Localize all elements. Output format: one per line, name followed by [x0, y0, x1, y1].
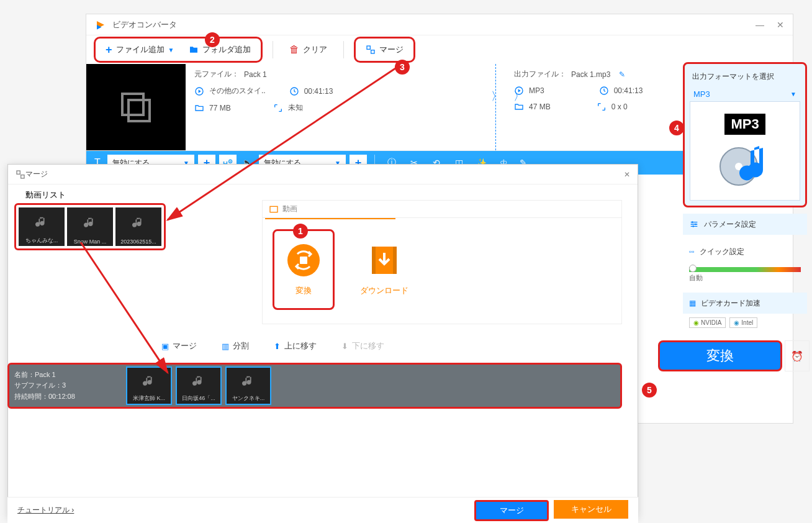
gpu-nvidia: ◉NVIDIA: [689, 317, 726, 328]
slider-label: 自動: [683, 273, 807, 286]
arrow-down-icon: ⬇: [341, 342, 348, 351]
source-thumbnail[interactable]: [86, 64, 186, 150]
folder-icon: [194, 103, 204, 113]
format-selector[interactable]: MP3 ▼: [690, 87, 800, 101]
select-format-title: 出力フォーマットを選択: [690, 69, 800, 87]
sidebar: 出力フォーマットを選択 MP3 ▼ MP3 パラメータ設定 ▫▫ クイック設定 …: [683, 62, 807, 371]
merge-label: マージ: [379, 44, 404, 55]
convert-button[interactable]: 変換: [658, 340, 782, 371]
download-tile-label: ダウンロード: [360, 285, 408, 296]
info-divider: 〉 〉: [495, 64, 496, 150]
annotation-badge-5: 5: [642, 383, 657, 398]
chevron-right-icon: 〉: [513, 89, 525, 104]
merge-dialog-footer: チュートリアル › マージ キャンセル: [7, 497, 638, 523]
quick-settings-label: クイック設定: [700, 247, 744, 257]
slider-knob[interactable]: [689, 265, 697, 272]
list-item[interactable]: 2023062515...: [115, 207, 161, 246]
close-icon[interactable]: ✕: [624, 170, 630, 179]
output-size: 47 MB: [529, 102, 551, 111]
arrow-up-icon: ⬆: [274, 342, 281, 351]
separator: [343, 41, 344, 58]
add-file-button[interactable]: + ファイル追加 ▼: [99, 40, 180, 60]
crop-icon: [273, 103, 283, 113]
cancel-button[interactable]: キャンセル: [554, 500, 628, 519]
titlebar: ビデオコンバータ — ✕: [86, 14, 793, 35]
disc-music-icon: [717, 139, 773, 188]
quick-settings-header: ▫▫ クイック設定: [683, 241, 807, 262]
merge-confirm-button[interactable]: マージ: [474, 500, 549, 521]
source-size: 77 MB: [209, 104, 231, 112]
output-duration: 00:41:13: [614, 86, 643, 95]
svg-rect-3: [129, 100, 150, 121]
tool-move-down: ⬇下に移す: [341, 340, 384, 352]
merge-icon: [366, 45, 376, 55]
separator: [273, 41, 273, 58]
svg-rect-2: [122, 94, 143, 115]
app-title: ビデオコンバータ: [112, 19, 177, 30]
split-icon: ▥: [222, 342, 229, 351]
music-note-icon: [130, 216, 147, 230]
music-note-icon: [33, 216, 50, 229]
app-logo-icon: [95, 19, 106, 30]
output-format-panel: 出力フォーマットを選択 MP3 ▼ MP3: [683, 62, 807, 207]
output-resolution: 0 x 0: [611, 102, 628, 111]
gpu-intel: ◉Intel: [729, 317, 757, 328]
edit-icon[interactable]: ✎: [619, 70, 625, 79]
merge-toolbar: ▣マージ ▥分割 ⬆上に移す ⬇下に移す: [161, 340, 384, 352]
download-film-icon: [367, 243, 402, 278]
svg-point-10: [692, 221, 693, 223]
add-folder-button[interactable]: フォルダ追加: [183, 40, 257, 60]
gpu-badges: ◉NVIDIA ◉Intel: [683, 314, 807, 332]
chevron-right-icon: 〉: [491, 89, 502, 104]
tool-merge[interactable]: ▣マージ: [161, 340, 197, 352]
quality-slider[interactable]: [689, 267, 801, 272]
svg-point-11: [695, 224, 697, 225]
action-chooser-card: 動画 変換 ダウンロード: [262, 200, 622, 324]
convert-tile[interactable]: 変換: [273, 229, 335, 310]
music-note-icon: [81, 216, 99, 230]
toolbar: + ファイル追加 ▼ フォルダ追加 🗑 クリア マージ: [86, 35, 793, 64]
list-item[interactable]: 日向坂46「...: [176, 366, 222, 405]
list-item[interactable]: 米津玄師 K...: [126, 366, 172, 405]
clock-icon: [289, 86, 299, 96]
gpu-accel-row: ▦ ビデオカード加速: [683, 293, 807, 314]
output-file-label: 出力ファイル：: [514, 69, 566, 80]
svg-rect-20: [393, 247, 397, 274]
list-item[interactable]: ヤンクネキ...: [225, 366, 271, 405]
convert-tile-label: 変換: [295, 285, 312, 296]
quick-settings-icon: ▫▫: [689, 247, 695, 256]
music-note-icon: [190, 375, 207, 388]
minimize-icon[interactable]: —: [756, 20, 764, 30]
annotation-badge-3: 3: [395, 60, 410, 75]
list-item[interactable]: Snow Man ...: [67, 207, 113, 246]
pack-name: Pack 1: [35, 371, 56, 378]
download-tile[interactable]: ダウンロード: [353, 229, 415, 310]
add-file-label: ファイル追加: [116, 44, 165, 55]
annotation-badge-4: 4: [669, 121, 684, 135]
source-video-list: ちゃんみな... Snow Man ... 2023062515...: [14, 203, 166, 250]
pack-duration: 00:12:08: [48, 393, 75, 400]
clear-button[interactable]: 🗑 クリア: [283, 40, 333, 60]
tool-split[interactable]: ▥分割: [222, 340, 249, 352]
gpu-accel-label: ビデオカード加速: [701, 298, 760, 309]
merge-button[interactable]: マージ: [359, 40, 410, 60]
folder-plus-icon: [189, 45, 199, 55]
clock-icon: [599, 86, 609, 96]
tutorial-link[interactable]: チュートリアル ›: [17, 505, 74, 516]
list-item[interactable]: ちゃんみな...: [19, 207, 65, 246]
convert-circle-icon: [286, 243, 321, 278]
merge-icon: [16, 170, 25, 180]
chip-icon: ▦: [689, 299, 696, 307]
stack-icon: [117, 89, 155, 126]
output-file-name: Pack 1.mp3: [571, 70, 610, 79]
parameter-settings-button[interactable]: パラメータ設定: [683, 214, 807, 235]
sliders-icon: [689, 219, 699, 229]
svg-rect-0: [367, 46, 370, 49]
schedule-button[interactable]: ⏰: [785, 340, 810, 371]
music-note-icon: [240, 375, 257, 388]
merge-dialog-title: マージ: [25, 169, 48, 180]
param-settings-label: パラメータ設定: [704, 219, 756, 230]
close-icon[interactable]: ✕: [777, 20, 784, 30]
svg-rect-13: [17, 171, 20, 174]
tool-move-up[interactable]: ⬆上に移す: [274, 340, 317, 352]
